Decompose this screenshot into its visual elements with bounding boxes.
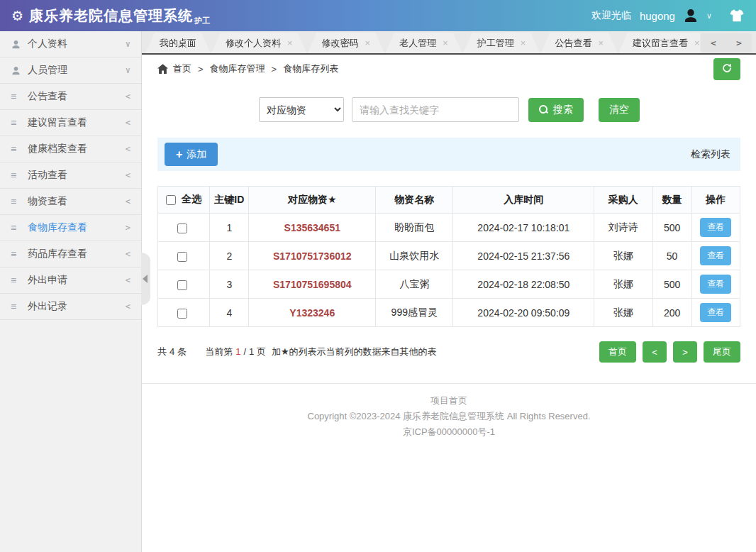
cell-name: 盼盼面包: [376, 214, 453, 242]
cell-id: 1: [210, 214, 249, 242]
search-input[interactable]: [352, 97, 519, 122]
row-checkbox[interactable]: [177, 280, 187, 290]
row-checkbox[interactable]: [177, 252, 187, 262]
sidebar-item-label: 人员管理: [28, 64, 67, 77]
cell-time: 2024-02-17 10:18:01: [453, 214, 594, 242]
breadcrumb-page: 食物库存列表: [283, 62, 338, 75]
total-prefix: 共: [157, 346, 167, 357]
footer-project-link[interactable]: 项目首页: [142, 393, 756, 409]
user-avatar-icon[interactable]: [682, 7, 699, 24]
tab-strip: 我的桌面 修改个人资料 × 修改密码 × 老人管理 × 护工管理 ×: [142, 31, 756, 55]
close-icon[interactable]: ×: [365, 38, 371, 48]
clear-button[interactable]: 清空: [599, 98, 640, 122]
add-button[interactable]: + 添加: [165, 143, 218, 166]
sidebar-item-activities[interactable]: ≡ 活动查看 <: [0, 162, 141, 189]
tab-scroll-left-button[interactable]: <: [711, 38, 716, 48]
prev-page-button[interactable]: <: [643, 341, 667, 363]
star-column-note: 加★的列表示当前列的数据来自其他的表: [272, 346, 437, 358]
table-row: 4 Y1323246 999感冒灵 2024-02-20 09:50:09 张娜…: [158, 299, 740, 327]
home-icon: [157, 64, 168, 74]
last-page-button[interactable]: 尾页: [704, 341, 740, 363]
sidebar-item-personnel[interactable]: 人员管理 ∨: [0, 57, 141, 84]
column-header-id: 主键ID: [210, 187, 249, 214]
sidebar-item-supplies[interactable]: ≡ 物资查看 <: [0, 189, 141, 215]
sidebar-item-suggestions[interactable]: ≡ 建议留言查看 <: [0, 110, 141, 136]
sidebar-item-label: 活动查看: [28, 169, 67, 182]
list-toolbar: + 添加 检索列表: [157, 138, 740, 171]
user-icon: [11, 65, 28, 76]
sidebar-item-announcements[interactable]: ≡ 公告查看 <: [0, 84, 141, 110]
footer-copyright: Copyright ©2023-2024 康乐养老院信息管理系统 All Rig…: [142, 409, 756, 424]
row-checkbox[interactable]: [177, 223, 187, 233]
column-header-actions: 操作: [691, 187, 740, 214]
breadcrumb-section[interactable]: 食物库存管理: [210, 62, 265, 75]
close-icon[interactable]: ×: [598, 38, 604, 48]
welcome-text: 欢迎光临: [591, 9, 631, 22]
view-button[interactable]: 查看: [700, 218, 731, 237]
close-icon[interactable]: ×: [694, 38, 700, 48]
tab-label: 老人管理: [399, 37, 436, 50]
close-icon[interactable]: ×: [443, 38, 448, 48]
inventory-table-wrap: 全选 主键ID 对应物资★ 物资名称 入库时间 采购人 数量 操作 1: [157, 186, 740, 327]
view-button[interactable]: 查看: [700, 275, 731, 294]
tab-label: 公告查看: [555, 37, 591, 50]
tab-caregiver-management[interactable]: 护工管理 ×: [463, 33, 540, 53]
chevron-left-icon: <: [126, 170, 130, 180]
breadcrumb-separator: >: [198, 64, 204, 74]
cell-qty: 500: [652, 214, 691, 242]
breadcrumb-home[interactable]: 首页: [173, 62, 191, 75]
tab-change-password[interactable]: 修改密码 ×: [308, 33, 385, 53]
cell-time: 2024-02-20 09:50:09: [453, 299, 594, 327]
chevron-left-icon: <: [126, 92, 130, 101]
footer-icp: 京ICP备00000000号-1: [142, 424, 756, 440]
list-icon: ≡: [11, 196, 28, 207]
tab-suggestions[interactable]: 建议留言查看 ×: [618, 33, 700, 53]
close-icon[interactable]: ×: [287, 38, 293, 48]
chevron-down-icon[interactable]: ∨: [706, 11, 712, 21]
tab-announcements[interactable]: 公告查看 ×: [540, 33, 618, 53]
search-button[interactable]: 搜索: [528, 98, 584, 122]
cell-id: 3: [210, 270, 249, 299]
sidebar-collapse-handle[interactable]: [141, 253, 150, 305]
first-page-button[interactable]: 首页: [599, 341, 636, 363]
next-page-button[interactable]: >: [673, 341, 697, 363]
cell-name: 八宝粥: [376, 270, 453, 299]
sidebar-item-health-records[interactable]: ≡ 健康档案查看 <: [0, 136, 141, 162]
select-all-label: 全选: [182, 194, 201, 205]
tab-scroll-right-button[interactable]: >: [736, 38, 742, 48]
select-all-checkbox[interactable]: [166, 195, 176, 205]
cell-code: S1710751736012: [249, 242, 376, 270]
sidebar-item-food-inventory[interactable]: ≡ 食物库存查看 >: [0, 215, 141, 241]
footer-divider: [142, 383, 756, 384]
sidebar-item-outing-application[interactable]: ≡ 外出申请 <: [0, 267, 141, 294]
sidebar: 个人资料 ∨ 人员管理 ∨ ≡ 公告查看 < ≡ 建议留言查看 < ≡ 健康档案…: [0, 31, 142, 552]
row-checkbox[interactable]: [177, 309, 187, 319]
sidebar-item-medicine-inventory[interactable]: ≡ 药品库存查看 <: [0, 241, 141, 267]
close-icon[interactable]: ×: [521, 38, 526, 48]
table-header-row: 全选 主键ID 对应物资★ 物资名称 入库时间 采购人 数量 操作: [158, 187, 740, 214]
shirt-icon[interactable]: [729, 9, 745, 23]
chevron-left-icon: <: [126, 118, 130, 128]
sidebar-item-label: 物资查看: [28, 195, 67, 208]
chevron-left-icon: <: [126, 144, 130, 154]
cell-buyer: 张娜: [594, 242, 652, 270]
total-pages: 1: [249, 346, 254, 357]
current-page-text: 当前第1/1 页: [205, 346, 266, 358]
sidebar-item-profile[interactable]: 个人资料 ∨: [0, 31, 141, 57]
chevron-left-icon: <: [126, 302, 130, 311]
site-footer: 项目首页 Copyright ©2023-2024 康乐养老院信息管理系统 Al…: [142, 393, 756, 440]
view-button[interactable]: 查看: [700, 303, 731, 322]
tab-my-desktop[interactable]: 我的桌面: [145, 33, 211, 53]
sidebar-item-label: 个人资料: [28, 38, 67, 50]
tab-scroll-controls: < >: [701, 33, 752, 53]
tab-edit-profile[interactable]: 修改个人资料 ×: [211, 33, 307, 53]
filter-select[interactable]: 对应物资: [259, 97, 344, 122]
column-header-time: 入库时间: [453, 187, 594, 214]
view-button[interactable]: 查看: [700, 246, 731, 265]
sidebar-item-outing-records[interactable]: ≡ 外出记录 <: [0, 294, 141, 320]
refresh-button[interactable]: [713, 58, 740, 80]
column-header-buyer: 采购人: [594, 187, 652, 214]
column-header-code: 对应物资★: [249, 187, 376, 214]
sidebar-item-label: 健康档案查看: [28, 143, 87, 155]
tab-elder-management[interactable]: 老人管理 ×: [385, 33, 462, 53]
